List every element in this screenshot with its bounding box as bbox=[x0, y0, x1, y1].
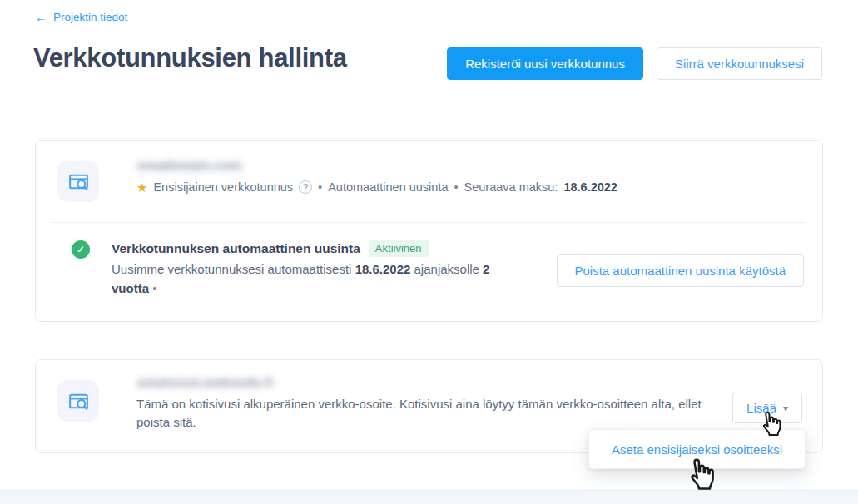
chevron-down-icon: ▾ bbox=[783, 403, 788, 413]
domain-search-icon bbox=[67, 170, 90, 193]
back-arrow-icon: ← bbox=[35, 11, 47, 23]
domain-icon-box bbox=[57, 161, 99, 202]
domain-name-blurred: omatsivut.webnode.fi bbox=[137, 375, 273, 389]
status-badge-active: Aktiivinen bbox=[369, 240, 429, 257]
card-divider bbox=[52, 222, 806, 223]
more-actions-dropdown: Aseta ensisijaiseksi osoitteeksi bbox=[588, 429, 806, 469]
renewal-title: Verkkotunnuksen automaattinen uusinta bbox=[112, 241, 360, 256]
disable-auto-renewal-button[interactable]: Poista automaattinen uusinta käytöstä bbox=[557, 254, 805, 287]
domain-meta-row: ★ Ensisijainen verkkotunnus ? • Automaat… bbox=[136, 180, 617, 194]
transfer-domain-button[interactable]: Siirrä verkkotunnuksesi bbox=[657, 47, 822, 80]
back-link-projektin-tiedot[interactable]: ← Projektin tiedot bbox=[35, 11, 127, 23]
bullet-separator: • bbox=[318, 180, 322, 194]
more-button-label: Lisää bbox=[746, 401, 776, 415]
top-actions: Rekisteröi uusi verkkotunnus Siirrä verk… bbox=[447, 47, 822, 80]
check-circle-icon: ✓ bbox=[72, 240, 90, 259]
primary-domain-card: omadomain.com ★ Ensisijainen verkkotunnu… bbox=[35, 140, 823, 322]
primary-domain-label: Ensisijainen verkkotunnus bbox=[153, 180, 293, 194]
renewal-text-2: ajanjaksolle bbox=[414, 262, 479, 276]
menu-item-set-primary-address[interactable]: Aseta ensisijaiseksi osoitteeksi bbox=[612, 442, 782, 457]
page-title: Verkkotunnuksien hallinta bbox=[33, 43, 347, 73]
domain-icon-box bbox=[57, 380, 99, 422]
help-icon[interactable]: ? bbox=[299, 180, 312, 194]
auto-renew-label: Automaattinen uusinta bbox=[328, 180, 448, 194]
renewal-text-1: Uusimme verkkotunnuksesi automaattisesti bbox=[112, 262, 351, 276]
domain-search-icon bbox=[67, 390, 90, 413]
register-domain-button[interactable]: Rekisteröi uusi verkkotunnus bbox=[447, 47, 643, 80]
domain-management-page: ← Projektin tiedot Verkkotunnuksien hall… bbox=[0, 0, 858, 504]
next-payment-label: Seuraava maksu: bbox=[464, 180, 558, 194]
bullet-separator: • bbox=[454, 180, 458, 194]
renewal-title-row: Verkkotunnuksen automaattinen uusinta Ak… bbox=[112, 240, 429, 257]
more-actions-button[interactable]: Lisää ▾ bbox=[732, 393, 802, 423]
renewal-description: Uusimme verkkotunnuksesi automaattisesti… bbox=[112, 259, 521, 298]
renewal-text-3: • bbox=[152, 281, 156, 295]
next-payment-date: 18.6.2022 bbox=[563, 180, 617, 194]
original-address-description: Tämä on kotisivusi alkuperäinen verkko-o… bbox=[136, 395, 702, 432]
domain-name-blurred: omadomain.com bbox=[137, 158, 242, 172]
back-link-label: Projektin tiedot bbox=[53, 11, 127, 23]
primary-star-icon: ★ bbox=[136, 181, 147, 194]
renewal-date: 18.6.2022 bbox=[355, 262, 411, 276]
bottom-section-edge bbox=[0, 490, 858, 504]
